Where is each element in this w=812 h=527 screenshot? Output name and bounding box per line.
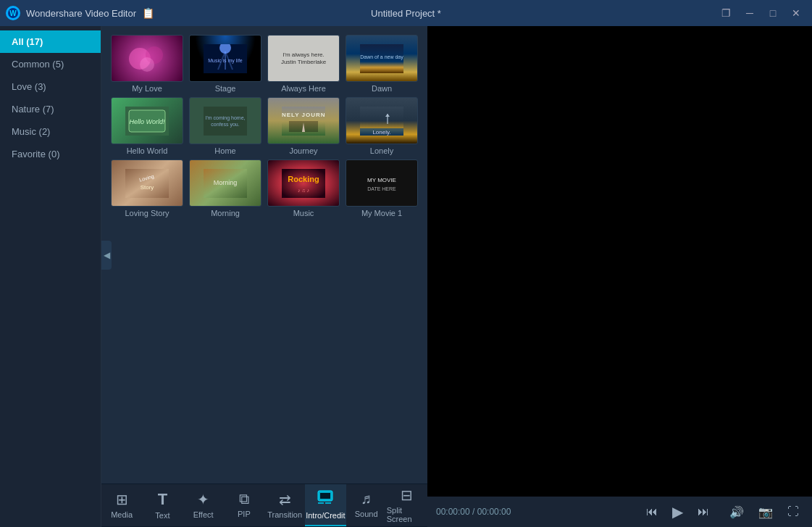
step-forward-button[interactable]: ⏭ [693, 502, 713, 521]
collapse-button[interactable]: ◀ [101, 241, 112, 270]
tool-pip[interactable]: ⧉ PIP [224, 484, 264, 526]
thumb-home[interactable]: I'm coming home, confess you. Home [188, 97, 262, 155]
svg-text:Rocking: Rocking [288, 175, 319, 183]
thumb-img-home: I'm coming home, confess you. [189, 97, 261, 144]
center-panel: ◀ My Love [101, 26, 427, 527]
media-icon: ⊞ [116, 491, 128, 508]
svg-text:Morning: Morning [214, 179, 238, 186]
fullscreen-button[interactable]: ⛶ [783, 502, 803, 521]
svg-text:W: W [9, 9, 17, 17]
tool-split-screen-label: Split Screen [387, 506, 427, 523]
svg-text:Music is my life: Music is my life [208, 58, 243, 64]
thumb-label-mymovie: My Movie 1 [361, 209, 402, 217]
category-common[interactable]: Common (5) [0, 53, 101, 75]
svg-rect-41 [318, 502, 324, 504]
snapshot-button[interactable]: 📷 [754, 502, 777, 522]
tool-media[interactable]: ⊞ Media [101, 484, 142, 526]
window-title: Untitled Project * [371, 8, 441, 19]
svg-text:Story: Story [141, 184, 154, 191]
tool-intro-credit-label: Intro/Credit [306, 511, 345, 520]
thumb-stage[interactable]: Music is my life Stage [188, 35, 262, 93]
tool-text-label: Text [155, 511, 169, 520]
close-button[interactable]: ✕ [786, 6, 806, 20]
transition-icon: ⇄ [279, 491, 291, 508]
tool-transition-label: Transition [267, 510, 302, 519]
svg-point-4 [140, 57, 154, 72]
svg-text:Lonely.: Lonely. [372, 129, 390, 136]
thumb-label-home: Home [214, 146, 235, 155]
svg-text:LONELY JOURNEY: LONELY JOURNEY [282, 112, 325, 118]
category-all[interactable]: All (17) [0, 30, 101, 53]
thumb-label-alwayshere: Always Here [281, 84, 326, 93]
thumb-music[interactable]: Rocking ♪ ♫ ♪ Music [267, 159, 340, 217]
thumb-img-journey: LONELY JOURNEY [267, 97, 340, 144]
tool-text[interactable]: T Text [142, 484, 183, 526]
pip-icon: ⧉ [239, 491, 249, 507]
thumbnail-grid: My Love Music is my life [107, 32, 422, 220]
category-love[interactable]: Love (3) [0, 75, 101, 98]
category-nature[interactable]: Nature (7) [0, 98, 101, 120]
thumb-helloworld[interactable]: Hello World! Hello World [110, 97, 184, 155]
tool-sound-label: Sound [355, 510, 378, 518]
tool-transition[interactable]: ⇄ Transition [264, 484, 305, 526]
svg-rect-42 [325, 502, 331, 504]
window-controls: ❐ ─ □ ✕ [716, 6, 806, 20]
time-total: 00:00:00 [477, 507, 511, 517]
text-icon: T [158, 490, 167, 509]
app-name: Wondershare Video Editor [26, 8, 136, 19]
thumb-label-helloworld: Hello World [127, 146, 168, 155]
thumb-label-stage: Stage [215, 84, 236, 93]
thumb-img-stage: Music is my life [189, 35, 261, 82]
thumb-journey[interactable]: LONELY JOURNEY Journey [267, 97, 340, 155]
svg-text:MY MOVIE: MY MOVIE [367, 177, 396, 183]
tool-split-screen[interactable]: ⊟ Split Screen [387, 484, 427, 526]
thumb-label-journey: Journey [289, 146, 317, 155]
tool-sound[interactable]: ♬ Sound [346, 484, 387, 526]
thumb-img-mymovie: MY MOVIE DATE HERE [346, 159, 418, 207]
svg-text:DATE HERE: DATE HERE [367, 186, 396, 191]
time-display: 00:00:00 / 00:00:00 [436, 507, 511, 517]
thumb-label-morning: Morning [211, 209, 240, 217]
thumb-lovingstory[interactable]: Loving Story Loving Story [110, 159, 184, 217]
volume-button[interactable]: 🔊 [725, 502, 748, 522]
thumb-mylove[interactable]: My Love [110, 35, 184, 93]
thumb-mymovie[interactable]: MY MOVIE DATE HERE My Movie 1 [345, 159, 419, 217]
svg-text:I'm coming home,: I'm coming home, [205, 115, 245, 121]
split-screen-icon: ⊟ [401, 486, 413, 504]
thumb-img-mylove [111, 35, 183, 82]
svg-rect-28 [125, 169, 169, 198]
step-back-button[interactable]: ⏮ [642, 502, 662, 521]
thumb-dawn[interactable]: Dawn of a new day Dawn [345, 35, 419, 93]
sound-icon: ♬ [361, 491, 372, 507]
preview-area [427, 26, 812, 497]
tool-effect[interactable]: ✦ Effect [183, 484, 224, 526]
toolbar: ⊞ Media T Text ✦ Effect ⧉ PIP ⇄ Transiti… [101, 484, 427, 527]
thumb-img-alwayshere: I'm always here.Justin Timberlake [267, 35, 340, 82]
thumb-alwayshere[interactable]: I'm always here.Justin Timberlake Always… [267, 35, 340, 93]
title-bar: W Wondershare Video Editor 📋 Untitled Pr… [0, 0, 812, 26]
thumbnail-area: ◀ My Love [101, 26, 427, 484]
preview-controls: 00:00:00 / 00:00:00 ⏮ ▶ ⏭ 🔊 📷 ⛶ [427, 497, 812, 527]
maximize-button[interactable]: □ [763, 6, 783, 20]
minimize-button[interactable]: ─ [740, 6, 760, 20]
main-layout: All (17) Common (5) Love (3) Nature (7) … [0, 26, 812, 527]
thumb-morning[interactable]: Morning Morning [188, 159, 262, 217]
restore-button[interactable]: ❐ [716, 6, 737, 20]
project-icon[interactable]: 📋 [142, 7, 154, 19]
thumb-lonely[interactable]: Lonely. Lonely [345, 97, 419, 155]
svg-rect-36 [360, 169, 403, 198]
category-music[interactable]: Music (2) [0, 120, 101, 143]
tool-intro-credit[interactable]: Intro/Credit [305, 484, 346, 526]
left-panel: All (17) Common (5) Love (3) Nature (7) … [0, 26, 101, 527]
thumb-label-mylove: My Love [132, 84, 162, 93]
thumb-label-lovingstory: Loving Story [125, 209, 169, 217]
time-current: 00:00:00 [436, 507, 470, 517]
intro-credit-icon [317, 489, 334, 509]
tool-effect-label: Effect [193, 510, 214, 519]
thumb-img-music: Rocking ♪ ♫ ♪ [267, 159, 340, 207]
thumb-img-lovingstory: Loving Story [111, 159, 183, 207]
svg-rect-40 [320, 493, 330, 499]
category-favorite[interactable]: Favorite (0) [0, 143, 101, 165]
play-button[interactable]: ▶ [668, 500, 687, 523]
tool-pip-label: PIP [238, 510, 251, 518]
